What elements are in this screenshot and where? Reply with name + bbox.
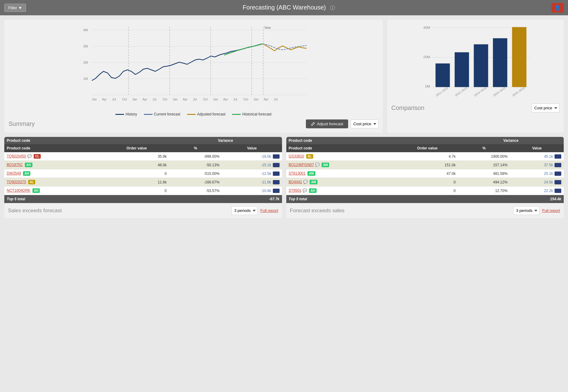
sales-col-product: Product code <box>4 137 169 144</box>
summary-controls: Adjust forecast Cost price <box>306 119 378 128</box>
variance-pct-cell: 481.58% <box>458 169 510 178</box>
user-icon-button[interactable]: 👤 <box>551 3 564 13</box>
top-row: 4M 3M 2M 1M Now Jan Apr Jul Oc <box>4 20 564 133</box>
product-link[interactable]: BQ1875C <box>7 163 23 167</box>
product-code-cell: BQ1875C AH <box>4 161 104 169</box>
mini-bar <box>555 154 561 159</box>
svg-text:Apr: Apr <box>223 98 228 101</box>
bar-2011-2012 <box>435 63 450 87</box>
mini-bar <box>555 163 561 167</box>
order-value-cell: 151.0k <box>397 161 458 169</box>
sales-full-report-link[interactable]: Full report <box>260 208 278 213</box>
sales-exceeds-header-row: Product code Variance <box>4 137 282 144</box>
chart-legend: History Current forecast Adjusted foreca… <box>9 112 378 116</box>
svg-text:2012–2013: 2012–2013 <box>454 86 468 97</box>
forecast-periods-select[interactable]: 3 periods <box>513 206 540 215</box>
comparison-cost-price-select[interactable]: Cost price <box>532 104 559 112</box>
order-value-cell: 47.0k <box>397 169 458 178</box>
table-row: DW3549 AH 0 -515.00% -12.5k <box>4 169 282 178</box>
table-row: TQ6020375 AL 11.6k -166.67% -11.6k <box>4 178 282 187</box>
comparison-panel: 40M 20M 0M 2011–2012 2012–2013 <box>387 20 564 133</box>
sales-sub-pct: % <box>169 144 222 152</box>
sales-exceeds-title: Sales exceeds forecast <box>8 208 62 214</box>
sales-periods-select[interactable]: 3 periods <box>231 206 258 215</box>
comment-icon[interactable]: 💬 <box>315 163 320 167</box>
sales-exceeds-subheader-row: Product code Order value % Value <box>4 144 282 152</box>
product-badge: AL <box>28 180 35 184</box>
mini-bar <box>555 172 561 176</box>
bar-2014-2015 <box>493 38 507 87</box>
forecast-sub-pct: % <box>458 144 510 152</box>
product-link[interactable]: BQ1246FGN07 <box>289 163 314 167</box>
variance-value-cell: 37.5k <box>510 161 564 169</box>
product-link[interactable]: ST813001 <box>289 171 306 175</box>
comment-icon[interactable]: 💬 <box>303 188 307 193</box>
forecast-exceeds-footer: Forecast exceeds sales 3 periods Full re… <box>286 203 564 218</box>
product-badge: AM <box>322 163 329 167</box>
variance-value-cell: -12.5k <box>222 169 282 178</box>
mini-bar <box>555 180 561 184</box>
table-row: ST813001 AM 47.0k 481.58% 25.1k <box>286 169 564 178</box>
product-link[interactable]: GS33810 <box>289 154 304 158</box>
product-code-cell: ST9501 💬 AH <box>286 187 397 195</box>
bar-2012-2013 <box>455 52 469 87</box>
comparison-title: Comparison <box>391 104 424 111</box>
forecast-col-product: Product code <box>286 137 458 144</box>
svg-text:Oct: Oct <box>163 98 167 101</box>
svg-text:Jul: Jul <box>112 98 116 101</box>
svg-text:Jan: Jan <box>173 98 178 101</box>
forecast-full-report-link[interactable]: Full report <box>542 208 560 213</box>
forecast-exceeds-panel: Product code Variance Product code Order… <box>286 137 564 218</box>
variance-pct-cell: 12.70% <box>458 187 510 195</box>
svg-text:3M: 3M <box>83 44 88 48</box>
sales-variance-header: Variance <box>169 137 282 144</box>
svg-text:Jul: Jul <box>274 98 278 101</box>
variance-value-cell: 24.5k <box>510 178 564 187</box>
summary-cost-price-select[interactable]: Cost price <box>351 119 378 128</box>
forecast-exceeds-subheader-row: Product code Order value % Value <box>286 144 564 152</box>
bar-2013-2014 <box>474 44 488 87</box>
sales-sub-order-value: Order value <box>104 144 169 152</box>
edit-icon <box>311 122 315 126</box>
sales-total-value: -67.7k <box>222 195 282 203</box>
sales-exceeds-total-row: Top 5 total -67.7k <box>4 195 282 203</box>
svg-text:Jul: Jul <box>152 98 156 101</box>
help-icon[interactable]: ⓘ <box>330 5 335 10</box>
variance-pct-cell: -166.67% <box>169 178 222 187</box>
legend-history: History <box>115 112 137 116</box>
product-link[interactable]: TQ6020375 <box>7 180 26 184</box>
comment-icon[interactable]: 💬 <box>27 154 32 158</box>
main-content: 4M 3M 2M 1M Now Jan Apr Jul Oc <box>0 15 568 222</box>
comparison-controls: Cost price <box>532 104 559 112</box>
mini-bar <box>555 189 561 193</box>
product-link[interactable]: ST9501 <box>289 188 302 193</box>
summary-title: Summary <box>9 120 35 127</box>
table-row: BQ1875C AH 48.0k -50.13% -15.1k <box>4 161 282 169</box>
variance-value-cell: -15.1k <box>222 161 282 169</box>
product-badge: AH <box>23 171 30 176</box>
forecast-variance-header: Variance <box>458 137 564 144</box>
order-value-cell: 4.7k <box>397 152 458 161</box>
svg-text:2014–2015: 2014–2015 <box>493 86 506 97</box>
forecast-sub-product: Product code <box>286 144 397 152</box>
adjust-forecast-button[interactable]: Adjust forecast <box>306 119 348 128</box>
product-link[interactable]: NCT1004QRK <box>7 188 30 193</box>
svg-text:Now: Now <box>265 26 271 29</box>
product-link[interactable]: TQ6020450 <box>7 154 26 158</box>
summary-chart-svg: 4M 3M 2M 1M Now Jan Apr Jul Oc <box>9 24 378 110</box>
comment-icon[interactable]: 💬 <box>303 180 308 184</box>
product-link[interactable]: BQ4441 <box>289 180 302 184</box>
variance-value-cell: 45.1k <box>510 152 564 161</box>
mini-bar <box>273 180 280 184</box>
table-row: GS33810 AL 4.7k 1900.00% 45.1k <box>286 152 564 161</box>
forecast-sub-order-value: Order value <box>397 144 458 152</box>
product-badge: AH <box>309 188 316 193</box>
forecast-exceeds-table: Product code Variance Product code Order… <box>286 137 564 203</box>
product-link[interactable]: DW3549 <box>7 171 21 175</box>
product-badge: AH <box>25 163 32 167</box>
bottom-row: Product code Variance Product code Order… <box>4 137 564 218</box>
table-row: BQ1246FGN07 💬 AM 151.0k 157.14% 37.5k <box>286 161 564 169</box>
svg-text:Jan: Jan <box>132 98 137 101</box>
variance-pct-cell: -53.57% <box>169 187 222 195</box>
filter-button[interactable]: Filter ▼ <box>4 4 26 12</box>
